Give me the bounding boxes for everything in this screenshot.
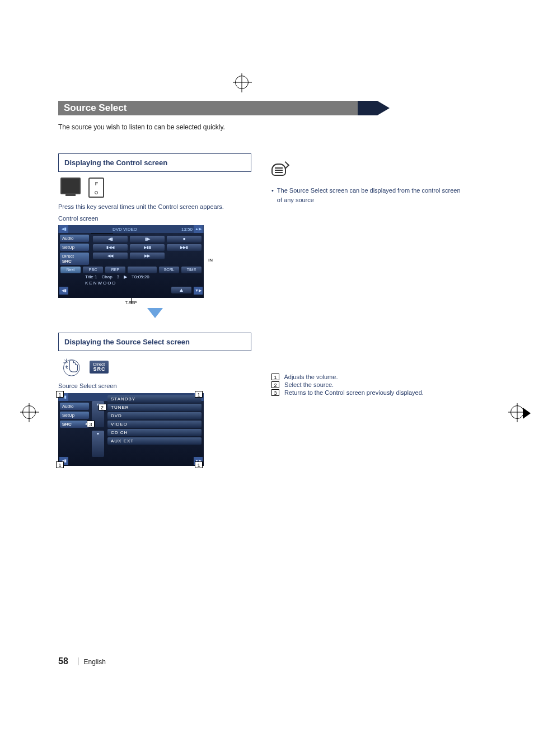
page-content: Source Select The source you wish to lis… xyxy=(58,0,495,756)
scroll-down-btn: ▼ xyxy=(92,431,104,457)
control-screen-shot: ◀▮ DVD VIDEO 13:50 ▲▶ Audio SetUp Direct… xyxy=(58,225,204,298)
corner-bl: ◀▮ xyxy=(59,287,68,295)
shot-header: DVD VIDEO xyxy=(113,227,137,232)
monitor-icon xyxy=(60,178,81,194)
btn-ff: ▶▶ xyxy=(130,253,165,259)
note-line: • The Source Select screen can be displa… xyxy=(271,186,465,204)
src-aux: AUX EXT xyxy=(107,437,202,445)
direct-src-button: Direct SRC xyxy=(90,361,109,374)
section-title: Source Select xyxy=(58,101,377,115)
legend-text-2: Select the source. xyxy=(284,381,334,388)
box2-caption: Source Select screen xyxy=(58,381,251,391)
legend-2: 2 Select the source. xyxy=(271,381,465,388)
left-column: Displaying the Control screen F Press th… xyxy=(58,153,251,473)
section-header: Source Select xyxy=(58,101,377,115)
intro-text: The source you wish to listen to can be … xyxy=(58,123,495,131)
callout-3: 3 xyxy=(87,421,95,427)
legend-3: 3 Returns to the Control screen previous… xyxy=(271,389,465,396)
src-cdch: CD CH xyxy=(107,429,202,436)
src-tuner: 2 TUNER xyxy=(107,404,202,411)
remote-key-label: F xyxy=(95,181,99,186)
source-select-shot: 1 1 1 1 ◀▮ ▲▶ Audio SetUp SRC ◀ xyxy=(58,393,204,466)
svg-point-0 xyxy=(63,360,79,376)
btn-blank1 xyxy=(128,267,157,273)
box-display-source-select: Displaying the Source Select screen xyxy=(58,333,251,351)
page-number: 58 xyxy=(58,656,68,666)
src-dvd: DVD xyxy=(107,412,202,419)
btn-row3-next: Next xyxy=(60,267,81,273)
legend-1: 1 Adjusts the volume. xyxy=(271,374,465,380)
callout-2: 2 xyxy=(99,404,106,410)
legend-num-3: 3 xyxy=(271,389,279,396)
callout-1-bl: 1 xyxy=(56,461,64,468)
corner-tl: ◀▮ xyxy=(59,225,68,233)
btn-stop: ■ xyxy=(167,236,202,242)
box2-title: Displaying the Source Select screen xyxy=(64,338,245,346)
page-lang: English xyxy=(83,658,105,666)
legend-text-3: Returns to the Control screen previously… xyxy=(284,389,424,396)
page-footer: 58 English xyxy=(58,656,106,666)
btn-scrl: SCRL xyxy=(159,267,179,273)
btn-prev: ▮◀◀ xyxy=(93,244,128,251)
src-side-src: SRC ◀ 3 xyxy=(60,421,89,428)
callout-1-br: 1 xyxy=(195,461,203,468)
right-column: • The Source Select screen can be displa… xyxy=(271,153,465,473)
src-standby: STANDBY xyxy=(107,395,202,403)
registration-mark-left xyxy=(22,405,36,419)
shot-clock: 13:50 xyxy=(181,227,193,232)
src-side-audio: Audio xyxy=(60,403,89,410)
note-icon xyxy=(271,164,286,176)
info-play: ▶ xyxy=(124,274,127,279)
touch-hand-icon xyxy=(60,357,81,377)
info-brand: KENWOOD xyxy=(85,281,116,286)
legend-num-2: 2 xyxy=(271,381,279,388)
corner-br: ▼▶ xyxy=(194,287,203,295)
btn-next: ▶▶▮ xyxy=(167,244,202,251)
box1-title: Displaying the Control screen xyxy=(64,158,245,167)
btn-step-back: ◀▮ xyxy=(93,236,128,242)
info-title: Title 1 xyxy=(85,274,97,279)
btn-playpause: ▶▮▮ xyxy=(130,244,165,251)
box1-instruction: Press this key several times unit the Co… xyxy=(58,202,251,212)
side-audio: Audio xyxy=(60,235,89,242)
note-bullet: • xyxy=(271,186,274,204)
registration-mark-right xyxy=(510,405,524,419)
btn-eject: ▲ xyxy=(171,287,191,293)
callout-1-tl: 1 xyxy=(56,391,64,398)
box-display-control: Displaying the Control screen xyxy=(58,153,251,172)
info-chapnum: 3 xyxy=(117,274,119,279)
btn-rep: REP xyxy=(105,267,125,273)
note-text: The Source Select screen can be displaye… xyxy=(277,186,465,204)
src-side-setup: SetUp xyxy=(60,412,89,419)
legend-text-1: Adjusts the volume. xyxy=(284,374,338,380)
btn-step-fwd: ▮▶ xyxy=(130,236,165,242)
side-setup: SetUp xyxy=(60,244,89,251)
in-label: IN xyxy=(208,258,213,263)
side-direct-src: DirectSRC xyxy=(60,253,89,265)
corner-tr: ▲▶ xyxy=(194,225,203,233)
btn-pbc: PBC xyxy=(83,267,103,273)
btn-time: TIME xyxy=(181,267,202,273)
info-chap: Chap xyxy=(102,274,113,279)
callout-1-tr: 1 xyxy=(195,391,203,398)
legend-num-1: 1 xyxy=(271,374,279,380)
box1-caption: Control screen xyxy=(58,214,251,223)
src-video: VIDEO xyxy=(107,421,202,428)
info-time: T0:05:20 xyxy=(132,274,149,279)
remote-icon: F xyxy=(88,178,104,198)
down-arrow-icon xyxy=(147,308,163,318)
btn-rew: ◀◀ xyxy=(93,253,128,259)
arrow-mark-right xyxy=(523,408,531,419)
